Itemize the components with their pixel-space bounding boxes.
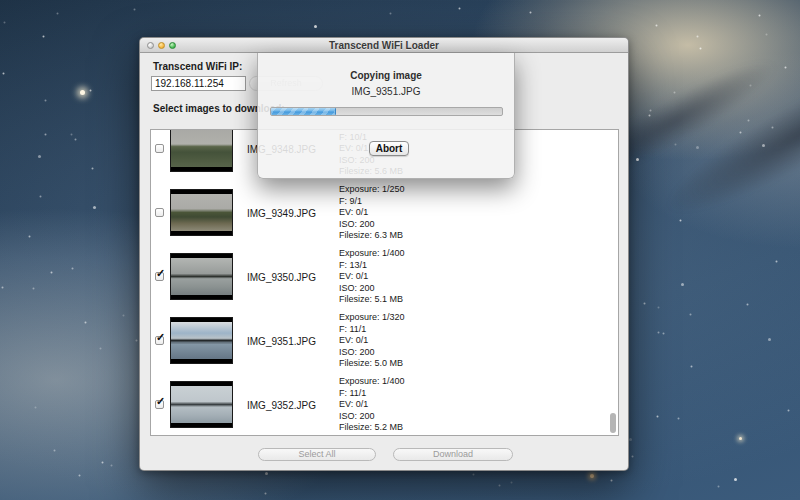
image-checkbox[interactable]: ✓	[155, 400, 164, 409]
copy-progress-dialog: Copying image IMG_9351.JPG Abort	[257, 53, 515, 179]
image-thumbnail	[170, 317, 233, 364]
exif-info: Exposure: 1/320F: 11/1EV: 0/1ISO: 200Fil…	[339, 312, 405, 370]
bright-star	[739, 437, 742, 440]
image-thumbnail	[170, 381, 233, 428]
dialog-filename: IMG_9351.JPG	[258, 86, 514, 97]
dialog-title: Copying image	[258, 70, 514, 81]
progress-fill	[271, 108, 336, 115]
image-row-3[interactable]: ✓ IMG_9351.JPG Exposure: 1/320F: 11/1EV:…	[151, 309, 618, 373]
ip-label: Transcend WiFi IP:	[153, 61, 242, 72]
exif-info: Exposure: 1/400F: 11/1EV: 0/1ISO: 200Fil…	[339, 376, 405, 434]
titlebar[interactable]: Transcend WiFi Loader	[140, 38, 628, 53]
image-checkbox[interactable]: ✓	[155, 208, 164, 217]
image-thumbnail	[170, 129, 233, 172]
image-thumbnail	[170, 253, 233, 300]
image-checkbox[interactable]: ✓	[155, 336, 164, 345]
image-filename: IMG_9349.JPG	[247, 208, 316, 219]
ip-input[interactable]	[151, 76, 246, 91]
check-icon: ✓	[156, 332, 165, 343]
wallpaper-stars-bright	[0, 0, 1, 1]
image-row-1[interactable]: ✓ IMG_9349.JPG Exposure: 1/250F: 9/1EV: …	[151, 181, 618, 245]
image-checkbox[interactable]: ✓	[155, 144, 164, 153]
exif-info: Exposure: 1/250F: 9/1EV: 0/1ISO: 200File…	[339, 184, 405, 242]
bright-star	[590, 474, 594, 478]
image-checkbox[interactable]: ✓	[155, 272, 164, 281]
check-icon: ✓	[156, 396, 165, 407]
check-icon: ✓	[156, 268, 165, 279]
download-button[interactable]: Download	[393, 448, 513, 461]
image-thumbnail	[170, 189, 233, 236]
scrollbar-thumb[interactable]	[610, 413, 616, 433]
app-window: Transcend WiFi Loader Transcend WiFi IP:…	[139, 37, 629, 471]
image-filename: IMG_9352.JPG	[247, 400, 316, 411]
bright-star	[80, 90, 85, 95]
abort-button[interactable]: Abort	[369, 141, 409, 156]
image-filename: IMG_9351.JPG	[247, 336, 316, 347]
window-title: Transcend WiFi Loader	[140, 40, 628, 51]
progress-bar	[270, 107, 503, 116]
select-all-button[interactable]: Select All	[258, 448, 376, 461]
image-row-2[interactable]: ✓ IMG_9350.JPG Exposure: 1/400F: 13/1EV:…	[151, 245, 618, 309]
image-filename: IMG_9350.JPG	[247, 272, 316, 283]
image-row-4[interactable]: ✓ IMG_9352.JPG Exposure: 1/400F: 11/1EV:…	[151, 373, 618, 436]
exif-info: Exposure: 1/400F: 13/1EV: 0/1ISO: 200Fil…	[339, 248, 405, 306]
